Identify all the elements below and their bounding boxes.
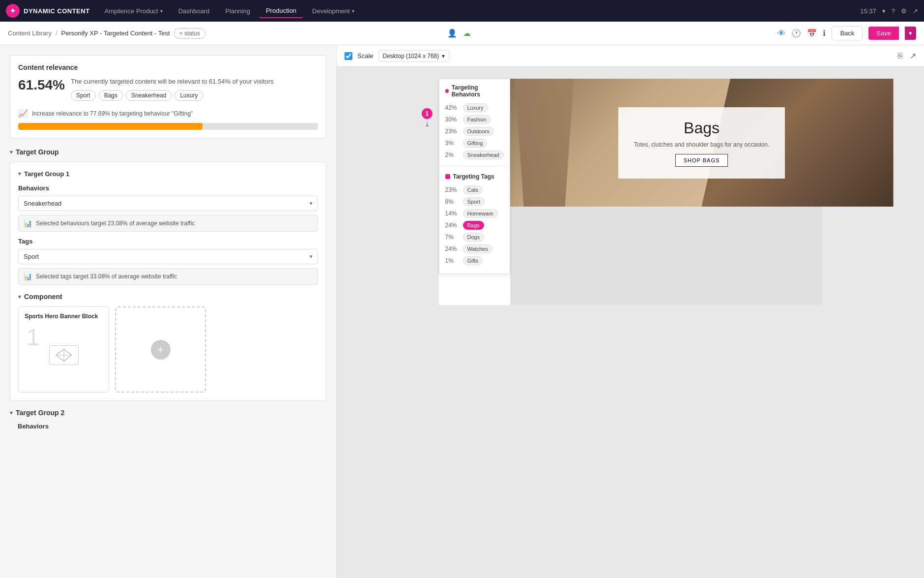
arrow-icon: ↘ bbox=[423, 121, 431, 129]
target-group-2-header[interactable]: ▾ Target Group 2 bbox=[10, 409, 326, 417]
chevron-down-icon: ▾ bbox=[18, 294, 21, 300]
behaviors-select-value: Sneakerhead bbox=[19, 196, 305, 211]
tag-cats[interactable]: Cats bbox=[463, 185, 483, 194]
tag-dogs[interactable]: Dogs bbox=[463, 233, 485, 242]
target-group-1-label: Target Group 1 bbox=[24, 170, 69, 178]
behavior-tag[interactable]: Outdoors bbox=[463, 127, 494, 136]
chevron-down-icon[interactable]: ▾ bbox=[305, 250, 318, 263]
save-dropdown-button[interactable]: ▾ bbox=[905, 27, 916, 40]
tag-sport[interactable]: Sport bbox=[463, 197, 485, 206]
chevron-down-icon: ▾ bbox=[882, 7, 886, 15]
user-icon[interactable]: 👤 bbox=[447, 29, 457, 38]
behavior-tag[interactable]: Sneakerhead bbox=[463, 151, 504, 159]
improve-suggestion-row: 📈 Increase relevance to 77.69% by target… bbox=[18, 109, 318, 118]
nav-right-area: 15:37 ▾ ? ⚙ ↗ bbox=[860, 7, 918, 15]
targeting-tags-section: Targeting Tags 23% Cats 8% Sport bbox=[439, 168, 510, 270]
behavior-tag[interactable]: Fashion bbox=[463, 115, 491, 124]
scale-checkbox[interactable] bbox=[345, 52, 352, 60]
relevance-main-row: 61.54% The currently targeted content wi… bbox=[18, 77, 318, 105]
app-name: DYNAMIC CONTENT bbox=[24, 7, 90, 15]
tag-bags[interactable]: Bags bbox=[99, 90, 123, 101]
component-section-header[interactable]: ▾ Component bbox=[18, 293, 318, 301]
tag-row-watches: 24% Watches bbox=[445, 243, 504, 255]
tag-luxury[interactable]: Luxury bbox=[174, 90, 203, 101]
left-person-silhouette bbox=[515, 79, 574, 207]
tag-gifts[interactable]: Gifts bbox=[463, 256, 483, 265]
content-relevance-card: Content relevance 61.54% The currently t… bbox=[10, 55, 326, 138]
breadcrumb-library[interactable]: Content Library bbox=[8, 30, 52, 37]
tag-row-homeware: 14% Homeware bbox=[445, 208, 504, 219]
component-icon-box bbox=[49, 345, 79, 365]
preview-toolbar: Scale Desktop (1024 x 768) ▾ ⎘ ↗ bbox=[337, 45, 924, 67]
chevron-down-icon: ▾ bbox=[10, 149, 13, 155]
tags-info-box: 📊 Selected tags target 33.08% of average… bbox=[18, 268, 318, 285]
settings-icon[interactable]: ⚙ bbox=[901, 7, 907, 15]
preview-gray-section bbox=[510, 207, 822, 305]
calendar-icon[interactable]: 📅 bbox=[807, 29, 817, 38]
eye-icon[interactable]: 👁 bbox=[778, 29, 785, 38]
behavior-tag[interactable]: Gifting bbox=[463, 139, 488, 148]
component-card-sports-hero[interactable]: Sports Hero Banner Block 1 bbox=[18, 306, 109, 393]
behaviors-select[interactable]: Sneakerhead ▾ bbox=[18, 196, 318, 211]
component-row: Sports Hero Banner Block 1 bbox=[18, 306, 318, 393]
chevron-down-icon: ▾ bbox=[160, 8, 163, 14]
cloud-upload-icon[interactable]: ☁ bbox=[463, 29, 471, 38]
component-card-title: Sports Hero Banner Block bbox=[25, 313, 103, 320]
tag-sneakerhead[interactable]: Sneakerhead bbox=[126, 90, 172, 101]
dot-icon bbox=[445, 89, 449, 93]
preview-content-container: Targeting Behaviors 42% Luxury 30% Fashi… bbox=[439, 79, 822, 305]
improve-text: Increase relevance to 77.69% by targetin… bbox=[32, 110, 193, 117]
nav-development[interactable]: Development ▾ bbox=[305, 4, 361, 18]
tags-select[interactable]: Sport ▾ bbox=[18, 249, 318, 264]
logo-area[interactable]: ✦ DYNAMIC CONTENT bbox=[6, 4, 90, 18]
tag-row-dogs: 7% Dogs bbox=[445, 231, 504, 243]
tag-bags-active[interactable]: Bags bbox=[463, 221, 484, 230]
progress-bar-background bbox=[18, 123, 318, 130]
status-badge[interactable]: + status bbox=[174, 28, 205, 39]
behaviors-info-box: 📊 Selected behaviours target 23.08% of a… bbox=[18, 215, 318, 232]
add-component-card[interactable]: + bbox=[115, 306, 206, 393]
relevance-tags: Sport Bags Sneakerhead Luxury bbox=[71, 90, 274, 101]
tag-sport[interactable]: Sport bbox=[71, 90, 96, 101]
chevron-down-icon[interactable]: ▾ bbox=[305, 197, 318, 210]
target-group-section-header[interactable]: ▾ Target Group bbox=[10, 148, 326, 156]
nav-dashboard[interactable]: Dashboard bbox=[172, 4, 217, 18]
help-icon[interactable]: ? bbox=[892, 7, 895, 15]
preview-area: 1 ↘ Targeting Behaviors 42% bbox=[337, 67, 924, 578]
component-card-body: 1 bbox=[25, 324, 103, 386]
badge-area: 1 ↘ bbox=[422, 108, 433, 128]
behavior-row-gifting: 3% Gifting bbox=[445, 137, 504, 149]
left-panel: Content relevance 61.54% The currently t… bbox=[0, 45, 337, 578]
history-icon[interactable]: 🕐 bbox=[791, 29, 801, 38]
preview-wrapper: 1 ↘ Targeting Behaviors 42% bbox=[439, 79, 822, 305]
shop-bags-button[interactable]: SHOP BAGS bbox=[675, 154, 728, 167]
logout-icon[interactable]: ↗ bbox=[913, 7, 918, 15]
trending-up-icon: 📈 bbox=[18, 109, 28, 118]
tags-label: Tags bbox=[18, 238, 318, 245]
nav-production[interactable]: Production bbox=[259, 4, 303, 18]
breadcrumb-right-actions: 👤 ☁ 👁 🕐 📅 ℹ Back Save ▾ bbox=[447, 26, 916, 40]
copy-icon[interactable]: ⎘ bbox=[898, 52, 903, 61]
clock-time: 15:37 bbox=[860, 7, 876, 15]
device-select[interactable]: Desktop (1024 x 768) ▾ bbox=[378, 50, 450, 62]
widget-divider bbox=[439, 166, 510, 166]
tag-row-sport: 8% Sport bbox=[445, 196, 504, 208]
hero-content-box: Bags Totes, clutches and shoulder bags f… bbox=[618, 107, 785, 179]
nav-amplience-product[interactable]: Amplience Product ▾ bbox=[98, 4, 170, 18]
chevron-down-icon: ▾ bbox=[442, 53, 445, 60]
back-button[interactable]: Back bbox=[832, 26, 863, 40]
tag-homeware[interactable]: Homeware bbox=[463, 209, 498, 218]
save-button[interactable]: Save bbox=[868, 27, 899, 40]
target-group-1-header[interactable]: ▾ Target Group 1 bbox=[18, 170, 318, 178]
behaviors-label: Behaviors bbox=[18, 184, 318, 192]
component-section: ▾ Component Sports Hero Banner Block 1 bbox=[18, 293, 318, 393]
component-label: Component bbox=[24, 293, 62, 301]
target-group-2-behaviors-label: Behaviors bbox=[10, 423, 326, 430]
tag-watches[interactable]: Watches bbox=[463, 244, 492, 253]
nav-planning[interactable]: Planning bbox=[218, 4, 257, 18]
target-group-label: Target Group bbox=[16, 148, 59, 156]
relevance-title: Content relevance bbox=[18, 63, 318, 71]
info-icon[interactable]: ℹ bbox=[823, 29, 826, 38]
behavior-tag[interactable]: Luxury bbox=[463, 103, 488, 112]
external-link-icon[interactable]: ↗ bbox=[910, 51, 916, 61]
